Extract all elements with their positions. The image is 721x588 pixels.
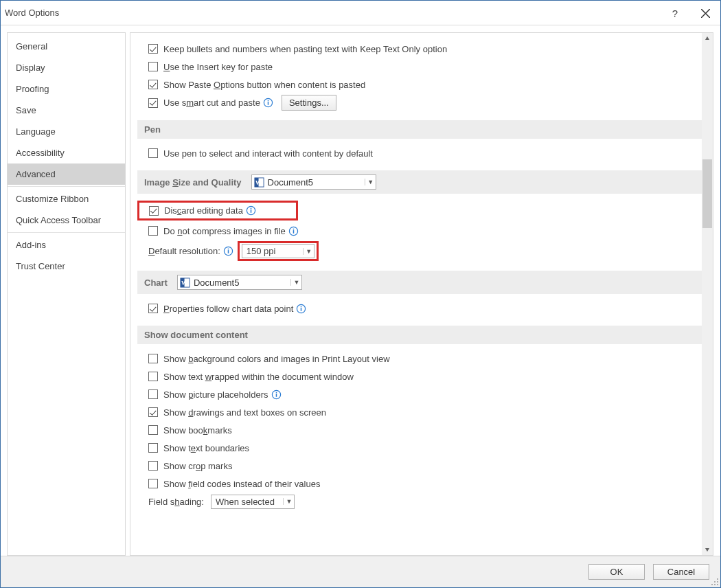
sidebar: General Display Proofing Save Language A… bbox=[7, 32, 126, 556]
sidebar-item-accessibility[interactable]: Accessibility bbox=[8, 142, 125, 163]
opt-show-bookmarks[interactable]: Show bookmarks bbox=[143, 422, 702, 438]
scroll-down-icon[interactable] bbox=[702, 544, 713, 555]
close-icon[interactable] bbox=[690, 1, 720, 25]
sidebar-item-display[interactable]: Display bbox=[8, 57, 125, 78]
sidebar-item-quick-access[interactable]: Quick Access Toolbar bbox=[8, 210, 125, 231]
checkbox[interactable] bbox=[148, 479, 158, 488]
chevron-down-icon: ▼ bbox=[290, 279, 300, 286]
opt-bg-colors[interactable]: Show background colors and images in Pri… bbox=[143, 351, 702, 366]
svg-marker-27 bbox=[705, 548, 709, 552]
checkbox[interactable] bbox=[148, 80, 158, 89]
sidebar-item-proofing[interactable]: Proofing bbox=[8, 78, 125, 100]
opt-use-insert-key[interactable]: Use the Insert key for paste bbox=[143, 59, 702, 74]
opt-show-drawings[interactable]: Show drawings and text boxes on screen bbox=[143, 405, 702, 420]
opt-show-paste-options[interactable]: Show Paste Options button when content i… bbox=[143, 77, 702, 92]
opt-keep-bullets[interactable]: Keep bullets and numbers when pasting te… bbox=[143, 41, 702, 56]
dialog-footer: OK Cancel bbox=[1, 556, 720, 587]
svg-rect-25 bbox=[275, 392, 277, 393]
opt-discard-editing-highlight: Discard editing data bbox=[137, 201, 298, 220]
dialog-title: Word Options bbox=[5, 8, 59, 18]
checkbox[interactable] bbox=[148, 407, 158, 417]
checkbox[interactable] bbox=[148, 44, 158, 54]
sidebar-item-customize-ribbon[interactable]: Customize Ribbon bbox=[8, 188, 125, 210]
ok-button[interactable]: OK bbox=[588, 564, 645, 580]
scroll-thumb[interactable] bbox=[702, 159, 712, 228]
section-pen: Pen bbox=[137, 120, 702, 139]
opt-crop-marks[interactable]: Show crop marks bbox=[143, 458, 702, 473]
opt-props-follow-chart[interactable]: Properties follow chart data point bbox=[143, 301, 702, 316]
opt-smart-cut-paste[interactable]: Use smart cut and paste Settings... bbox=[143, 95, 702, 111]
checkbox[interactable] bbox=[148, 354, 158, 363]
opt-picture-placeholders[interactable]: Show picture placeholders bbox=[143, 387, 702, 402]
svg-rect-3 bbox=[268, 102, 269, 105]
cancel-button[interactable]: Cancel bbox=[653, 564, 709, 580]
checkbox[interactable] bbox=[148, 304, 158, 313]
svg-marker-26 bbox=[705, 36, 709, 40]
svg-rect-21 bbox=[301, 308, 302, 311]
svg-rect-12 bbox=[293, 230, 295, 234]
word-doc-icon: W bbox=[180, 278, 190, 288]
svg-point-31 bbox=[714, 581, 716, 583]
checkbox[interactable] bbox=[148, 443, 158, 453]
chevron-down-icon: ▼ bbox=[283, 498, 293, 505]
checkbox[interactable] bbox=[148, 389, 158, 399]
svg-rect-9 bbox=[251, 210, 252, 213]
sidebar-item-general[interactable]: General bbox=[8, 36, 125, 57]
section-chart: Chart W Document5 ▼ bbox=[137, 271, 702, 294]
title-bar: Word Options ? bbox=[1, 1, 720, 25]
svg-rect-24 bbox=[275, 394, 277, 397]
opt-text-wrapped[interactable]: Show text wrapped within the document wi… bbox=[143, 369, 702, 384]
resolution-select[interactable]: 150 ppi ▼ bbox=[242, 244, 314, 258]
svg-rect-22 bbox=[301, 306, 302, 307]
content: General Display Proofing Save Language A… bbox=[1, 25, 720, 556]
svg-point-29 bbox=[717, 581, 718, 583]
opt-field-shading: Field shading: When selected ▼ bbox=[143, 494, 702, 509]
sidebar-item-trust-center[interactable]: Trust Center bbox=[8, 256, 125, 277]
sidebar-item-save[interactable]: Save bbox=[8, 100, 125, 121]
svg-rect-16 bbox=[228, 249, 229, 250]
settings-button[interactable]: Settings... bbox=[282, 95, 336, 111]
checkbox[interactable] bbox=[148, 425, 158, 435]
chevron-down-icon: ▼ bbox=[303, 248, 312, 255]
svg-rect-15 bbox=[228, 250, 229, 253]
default-resolution-highlight: 150 ppi ▼ bbox=[238, 241, 319, 261]
help-icon[interactable]: ? bbox=[660, 1, 690, 25]
scrollbar[interactable] bbox=[702, 33, 713, 555]
sidebar-item-advanced[interactable]: Advanced bbox=[8, 163, 125, 185]
opt-default-resolution: Default resolution: 150 ppi ▼ bbox=[143, 241, 702, 261]
checkbox[interactable] bbox=[148, 372, 158, 381]
section-image-quality: Image Size and Quality W Document5 ▼ bbox=[137, 170, 702, 194]
checkbox[interactable] bbox=[148, 461, 158, 471]
opt-text-boundaries[interactable]: Show text boundaries bbox=[143, 440, 702, 455]
info-icon[interactable] bbox=[271, 389, 282, 400]
info-icon[interactable] bbox=[246, 205, 256, 216]
opt-field-codes[interactable]: Show field codes instead of their values bbox=[143, 476, 702, 491]
info-icon[interactable] bbox=[296, 304, 306, 314]
section-show-doc-content: Show document content bbox=[137, 326, 702, 344]
svg-point-28 bbox=[717, 578, 718, 580]
checkbox[interactable] bbox=[148, 226, 158, 236]
svg-point-32 bbox=[714, 584, 716, 585]
info-icon[interactable] bbox=[223, 246, 233, 256]
sidebar-item-language[interactable]: Language bbox=[8, 121, 125, 142]
checkbox[interactable] bbox=[148, 98, 158, 108]
svg-rect-10 bbox=[251, 208, 252, 210]
svg-point-33 bbox=[711, 584, 713, 585]
checkbox[interactable] bbox=[149, 206, 159, 216]
svg-point-30 bbox=[717, 584, 718, 585]
options-panel: Keep bullets and numbers when pasting te… bbox=[130, 32, 713, 556]
checkbox[interactable] bbox=[148, 62, 158, 71]
opt-use-pen[interactable]: Use pen to select and interact with cont… bbox=[143, 146, 702, 161]
chart-doc-select[interactable]: W Document5 ▼ bbox=[177, 275, 302, 290]
scroll-up-icon[interactable] bbox=[702, 33, 713, 44]
svg-rect-13 bbox=[293, 228, 295, 229]
info-icon[interactable] bbox=[288, 226, 299, 236]
info-icon[interactable] bbox=[263, 98, 273, 108]
field-shading-select[interactable]: When selected ▼ bbox=[211, 495, 295, 509]
opt-no-compress[interactable]: Do not compress images in file bbox=[143, 223, 702, 238]
sidebar-item-addins[interactable]: Add-ins bbox=[8, 234, 125, 256]
svg-rect-4 bbox=[268, 100, 269, 102]
checkbox[interactable] bbox=[148, 148, 158, 158]
resize-grip-icon[interactable] bbox=[711, 578, 719, 586]
image-doc-select[interactable]: W Document5 ▼ bbox=[251, 174, 376, 190]
